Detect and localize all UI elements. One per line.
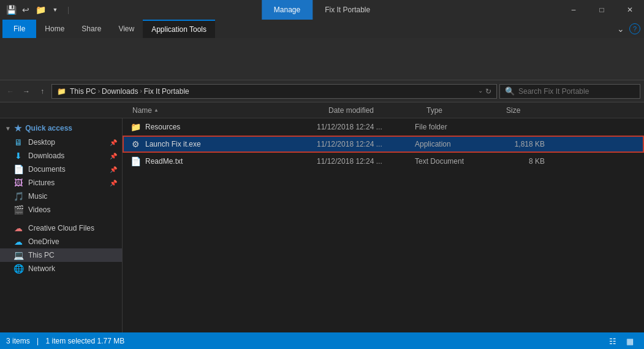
col-header-name[interactable]: Name ▲ [129, 106, 325, 115]
manage-tab[interactable]: Manage [262, 0, 313, 20]
downloads-icon: ⬇ [13, 151, 23, 161]
path-folder-icon: 📁 [57, 87, 66, 96]
pictures-icon: 🖼 [13, 178, 23, 188]
file-list: 📁 Resources 11/12/2018 12:24 ... File fo… [123, 118, 644, 332]
videos-icon: 🎬 [13, 205, 23, 215]
forward-button[interactable]: → [20, 85, 33, 98]
details-view-button[interactable]: ☷ [605, 334, 621, 348]
quick-access-header[interactable]: ▼ ★ Quick access [0, 121, 122, 136]
network-icon: 🌐 [13, 264, 23, 274]
sidebar-item-creative-cloud[interactable]: ☁ Creative Cloud Files [0, 221, 122, 235]
ribbon-tabs: File Home Share View Application Tools ⌄… [0, 20, 644, 38]
creative-cloud-icon: ☁ [13, 223, 23, 233]
ribbon-expand-btn[interactable]: ⌄ [612, 20, 629, 38]
pin-icon-desktop: 📌 [110, 139, 117, 146]
sidebar-item-documents[interactable]: 📄 Documents 📌 [0, 163, 122, 176]
path-dropdown-icon[interactable]: ⌄ [478, 87, 483, 96]
star-icon: ★ [13, 123, 23, 133]
title-bar-right: – □ ✕ [559, 0, 644, 20]
ribbon-expand: ⌄ ? [612, 20, 644, 38]
txt-icon: 📄 [129, 155, 142, 167]
main-content: ▼ ★ Quick access 🖥 Desktop 📌 ⬇ Downloads… [0, 118, 644, 332]
desktop-icon: 🖥 [13, 137, 23, 147]
search-box[interactable]: 🔍 [499, 84, 640, 99]
ribbon: File Home Share View Application Tools ⌄… [0, 20, 644, 80]
help-btn[interactable]: ? [629, 23, 640, 34]
undo-qat-icon[interactable]: ↩ [20, 4, 32, 16]
documents-icon: 📄 [13, 164, 23, 174]
column-headers: Name ▲ Date modified Type Size [0, 102, 644, 118]
sidebar-item-downloads[interactable]: ⬇ Downloads 📌 [0, 149, 122, 163]
this-pc-icon: 💻 [13, 250, 23, 260]
maximize-button[interactable]: □ [588, 0, 616, 20]
col-header-size[interactable]: Size [502, 106, 558, 115]
large-icons-view-button[interactable]: ▦ [622, 334, 638, 348]
table-row[interactable]: 📄 ReadMe.txt 11/12/2018 12:24 ... Text D… [123, 153, 644, 170]
tab-home[interactable]: Home [36, 20, 73, 38]
title-bar-center: Manage Fix It Portable [262, 0, 382, 20]
folder-qat-icon[interactable]: 📁 [34, 4, 47, 16]
search-input[interactable] [518, 87, 635, 96]
sidebar-item-music[interactable]: 🎵 Music [0, 190, 122, 203]
sidebar-item-this-pc[interactable]: 💻 This PC [0, 248, 122, 262]
folder-icon: 📁 [129, 121, 142, 133]
address-path[interactable]: 📁 This PC › Downloads › Fix It Portable … [51, 84, 497, 99]
address-bar: ← → ↑ 📁 This PC › Downloads › Fix It Por… [0, 80, 644, 102]
table-row[interactable]: 📁 Resources 11/12/2018 12:24 ... File fo… [123, 118, 644, 136]
refresh-icon[interactable]: ↻ [485, 87, 491, 96]
sidebar-item-videos[interactable]: 🎬 Videos [0, 203, 122, 217]
pin-icon-pictures: 📌 [110, 180, 117, 186]
save-qat-icon[interactable]: 💾 [5, 4, 17, 16]
tab-file[interactable]: File [2, 20, 36, 38]
music-icon: 🎵 [13, 191, 23, 201]
tab-view[interactable]: View [110, 20, 143, 38]
pin-icon-downloads: 📌 [110, 153, 117, 159]
tab-application-tools[interactable]: Application Tools [143, 20, 215, 38]
back-button[interactable]: ← [4, 85, 17, 98]
title-bar-left: 💾 ↩ 📁 ▼ | [5, 4, 73, 16]
title-bar: 💾 ↩ 📁 ▼ | Manage Fix It Portable – □ ✕ [0, 0, 644, 20]
sidebar: ▼ ★ Quick access 🖥 Desktop 📌 ⬇ Downloads… [0, 118, 123, 332]
sort-arrow-name: ▲ [154, 107, 159, 113]
path-this-pc[interactable]: This PC [70, 87, 96, 96]
path-fix-it-portable[interactable]: Fix It Portable [144, 87, 189, 96]
sidebar-item-onedrive[interactable]: ☁ OneDrive [0, 235, 122, 248]
pin-icon-documents: 📌 [110, 166, 117, 173]
status-bar-left: 3 items | 1 item selected 1.77 MB [6, 337, 124, 345]
app-title: Fix It Portable [313, 6, 382, 14]
tab-share[interactable]: Share [73, 20, 110, 38]
onedrive-icon: ☁ [13, 237, 23, 247]
chevron-down-icon: ▼ [5, 125, 11, 132]
col-header-type[interactable]: Type [423, 106, 502, 115]
close-button[interactable]: ✕ [616, 0, 644, 20]
table-row[interactable]: ⚙ Launch Fix it.exe 11/12/2018 12:24 ...… [123, 136, 644, 153]
minimize-button[interactable]: – [559, 0, 588, 20]
search-icon: 🔍 [505, 86, 515, 96]
path-downloads[interactable]: Downloads [102, 87, 138, 96]
ribbon-content [0, 38, 644, 80]
sidebar-item-pictures[interactable]: 🖼 Pictures 📌 [0, 176, 122, 190]
col-header-date[interactable]: Date modified [325, 106, 423, 115]
up-button[interactable]: ↑ [36, 85, 49, 98]
status-bar-right: ☷ ▦ [605, 334, 638, 348]
sidebar-item-network[interactable]: 🌐 Network [0, 262, 122, 275]
exe-icon: ⚙ [129, 138, 142, 150]
qat-dropdown-icon[interactable]: ▼ [49, 4, 61, 16]
status-bar: 3 items | 1 item selected 1.77 MB ☷ ▦ [0, 332, 644, 349]
sidebar-item-desktop[interactable]: 🖥 Desktop 📌 [0, 136, 122, 149]
